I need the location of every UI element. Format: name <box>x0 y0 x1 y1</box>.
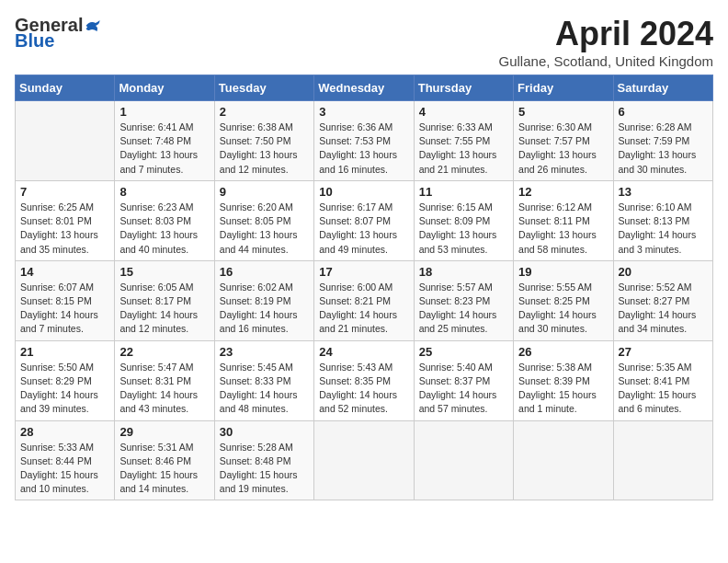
calendar-cell: 21Sunrise: 5:50 AMSunset: 8:29 PMDayligh… <box>16 340 115 420</box>
calendar-cell <box>414 420 513 500</box>
day-info: Sunrise: 5:31 AMSunset: 8:46 PMDaylight:… <box>119 441 209 497</box>
calendar-cell: 10Sunrise: 6:17 AMSunset: 8:07 PMDayligh… <box>314 180 414 260</box>
day-number: 24 <box>319 345 408 359</box>
day-number: 17 <box>319 265 408 279</box>
calendar-cell: 20Sunrise: 5:52 AMSunset: 8:27 PMDayligh… <box>613 260 712 340</box>
day-number: 12 <box>518 185 608 199</box>
day-info: Sunrise: 6:02 AMSunset: 8:19 PMDaylight:… <box>220 281 309 337</box>
column-header-friday: Friday <box>514 75 613 101</box>
day-number: 7 <box>20 185 109 199</box>
column-header-thursday: Thursday <box>414 75 513 101</box>
calendar-cell <box>514 420 613 500</box>
calendar-cell: 1Sunrise: 6:41 AMSunset: 7:48 PMDaylight… <box>115 101 214 181</box>
day-info: Sunrise: 6:12 AMSunset: 8:11 PMDaylight:… <box>518 201 608 257</box>
day-number: 16 <box>220 265 309 279</box>
day-info: Sunrise: 5:43 AMSunset: 8:35 PMDaylight:… <box>319 361 408 417</box>
calendar-cell: 15Sunrise: 6:05 AMSunset: 8:17 PMDayligh… <box>115 260 214 340</box>
day-number: 1 <box>119 105 209 119</box>
day-number: 8 <box>119 185 209 199</box>
day-number: 5 <box>518 105 608 119</box>
day-number: 18 <box>419 265 508 279</box>
calendar-cell: 3Sunrise: 6:36 AMSunset: 7:53 PMDaylight… <box>314 101 414 181</box>
location-subtitle: Gullane, Scotland, United Kingdom <box>499 53 713 69</box>
day-info: Sunrise: 6:15 AMSunset: 8:09 PMDaylight:… <box>419 201 508 257</box>
day-info: Sunrise: 5:47 AMSunset: 8:31 PMDaylight:… <box>119 361 209 417</box>
day-number: 19 <box>518 265 608 279</box>
calendar-week-row: 1Sunrise: 6:41 AMSunset: 7:48 PMDaylight… <box>16 101 713 181</box>
day-number: 30 <box>220 425 309 439</box>
calendar-cell: 5Sunrise: 6:30 AMSunset: 7:57 PMDaylight… <box>514 101 613 181</box>
calendar-cell: 24Sunrise: 5:43 AMSunset: 8:35 PMDayligh… <box>314 340 414 420</box>
calendar-cell: 29Sunrise: 5:31 AMSunset: 8:46 PMDayligh… <box>115 420 214 500</box>
calendar-cell: 19Sunrise: 5:55 AMSunset: 8:25 PMDayligh… <box>514 260 613 340</box>
day-info: Sunrise: 6:17 AMSunset: 8:07 PMDaylight:… <box>319 201 408 257</box>
day-number: 21 <box>20 345 109 359</box>
day-info: Sunrise: 5:38 AMSunset: 8:39 PMDaylight:… <box>518 361 608 417</box>
day-number: 23 <box>220 345 309 359</box>
day-number: 26 <box>518 345 608 359</box>
calendar-cell: 12Sunrise: 6:12 AMSunset: 8:11 PMDayligh… <box>514 180 613 260</box>
calendar-cell: 28Sunrise: 5:33 AMSunset: 8:44 PMDayligh… <box>16 420 115 500</box>
header: General Blue April 2024 Gullane, Scotlan… <box>15 15 713 69</box>
day-info: Sunrise: 6:28 AMSunset: 7:59 PMDaylight:… <box>619 121 708 177</box>
calendar-cell: 4Sunrise: 6:33 AMSunset: 7:55 PMDaylight… <box>414 101 513 181</box>
calendar-cell <box>314 420 414 500</box>
day-number: 10 <box>319 185 408 199</box>
day-info: Sunrise: 5:45 AMSunset: 8:33 PMDaylight:… <box>220 361 309 417</box>
title-area: April 2024 Gullane, Scotland, United Kin… <box>499 15 713 69</box>
day-info: Sunrise: 6:10 AMSunset: 8:13 PMDaylight:… <box>619 201 708 257</box>
calendar-week-row: 14Sunrise: 6:07 AMSunset: 8:15 PMDayligh… <box>16 260 713 340</box>
day-number: 13 <box>619 185 708 199</box>
day-info: Sunrise: 6:38 AMSunset: 7:50 PMDaylight:… <box>220 121 309 177</box>
column-header-wednesday: Wednesday <box>314 75 414 101</box>
day-info: Sunrise: 6:20 AMSunset: 8:05 PMDaylight:… <box>220 201 309 257</box>
calendar-cell: 27Sunrise: 5:35 AMSunset: 8:41 PMDayligh… <box>613 340 712 420</box>
calendar-week-row: 7Sunrise: 6:25 AMSunset: 8:01 PMDaylight… <box>16 180 713 260</box>
day-number: 15 <box>119 265 209 279</box>
calendar-table: SundayMondayTuesdayWednesdayThursdayFrid… <box>15 75 713 500</box>
calendar-cell: 26Sunrise: 5:38 AMSunset: 8:39 PMDayligh… <box>514 340 613 420</box>
logo: General Blue <box>15 15 101 52</box>
logo-bird-icon <box>85 17 101 34</box>
day-info: Sunrise: 6:33 AMSunset: 7:55 PMDaylight:… <box>419 121 508 177</box>
day-info: Sunrise: 6:05 AMSunset: 8:17 PMDaylight:… <box>119 281 209 337</box>
calendar-cell: 14Sunrise: 6:07 AMSunset: 8:15 PMDayligh… <box>16 260 115 340</box>
calendar-cell: 16Sunrise: 6:02 AMSunset: 8:19 PMDayligh… <box>214 260 313 340</box>
day-number: 3 <box>319 105 408 119</box>
day-info: Sunrise: 5:57 AMSunset: 8:23 PMDaylight:… <box>419 281 508 337</box>
day-info: Sunrise: 6:07 AMSunset: 8:15 PMDaylight:… <box>20 281 109 337</box>
calendar-cell: 8Sunrise: 6:23 AMSunset: 8:03 PMDaylight… <box>115 180 214 260</box>
calendar-cell: 7Sunrise: 6:25 AMSunset: 8:01 PMDaylight… <box>16 180 115 260</box>
column-header-tuesday: Tuesday <box>214 75 313 101</box>
column-header-sunday: Sunday <box>16 75 115 101</box>
day-number: 25 <box>419 345 508 359</box>
calendar-cell: 30Sunrise: 5:28 AMSunset: 8:48 PMDayligh… <box>214 420 313 500</box>
calendar-cell: 11Sunrise: 6:15 AMSunset: 8:09 PMDayligh… <box>414 180 513 260</box>
day-info: Sunrise: 6:23 AMSunset: 8:03 PMDaylight:… <box>119 201 209 257</box>
column-header-monday: Monday <box>115 75 214 101</box>
day-info: Sunrise: 5:52 AMSunset: 8:27 PMDaylight:… <box>619 281 708 337</box>
day-number: 9 <box>220 185 309 199</box>
logo-blue-text: Blue <box>15 30 54 52</box>
calendar-cell: 22Sunrise: 5:47 AMSunset: 8:31 PMDayligh… <box>115 340 214 420</box>
calendar-cell: 25Sunrise: 5:40 AMSunset: 8:37 PMDayligh… <box>414 340 513 420</box>
day-info: Sunrise: 5:50 AMSunset: 8:29 PMDaylight:… <box>20 361 109 417</box>
day-info: Sunrise: 6:00 AMSunset: 8:21 PMDaylight:… <box>319 281 408 337</box>
day-number: 27 <box>619 345 708 359</box>
calendar-cell: 18Sunrise: 5:57 AMSunset: 8:23 PMDayligh… <box>414 260 513 340</box>
calendar-cell: 6Sunrise: 6:28 AMSunset: 7:59 PMDaylight… <box>613 101 712 181</box>
day-number: 20 <box>619 265 708 279</box>
calendar-week-row: 28Sunrise: 5:33 AMSunset: 8:44 PMDayligh… <box>16 420 713 500</box>
day-info: Sunrise: 5:33 AMSunset: 8:44 PMDaylight:… <box>20 441 109 497</box>
day-info: Sunrise: 5:40 AMSunset: 8:37 PMDaylight:… <box>419 361 508 417</box>
day-info: Sunrise: 6:36 AMSunset: 7:53 PMDaylight:… <box>319 121 408 177</box>
day-info: Sunrise: 6:25 AMSunset: 8:01 PMDaylight:… <box>20 201 109 257</box>
calendar-cell: 9Sunrise: 6:20 AMSunset: 8:05 PMDaylight… <box>214 180 313 260</box>
calendar-cell: 17Sunrise: 6:00 AMSunset: 8:21 PMDayligh… <box>314 260 414 340</box>
calendar-cell: 13Sunrise: 6:10 AMSunset: 8:13 PMDayligh… <box>613 180 712 260</box>
calendar-cell: 2Sunrise: 6:38 AMSunset: 7:50 PMDaylight… <box>214 101 313 181</box>
day-info: Sunrise: 5:35 AMSunset: 8:41 PMDaylight:… <box>619 361 708 417</box>
day-info: Sunrise: 6:41 AMSunset: 7:48 PMDaylight:… <box>119 121 209 177</box>
day-number: 2 <box>220 105 309 119</box>
day-number: 14 <box>20 265 109 279</box>
